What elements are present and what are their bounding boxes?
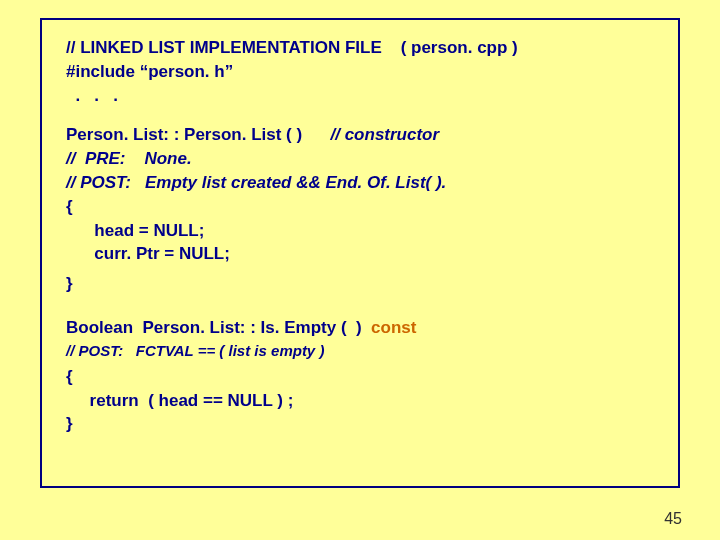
- header-line-2: #include “person. h”: [66, 60, 664, 84]
- header-line-1: // LINKED LIST IMPLEMENTATION FILE ( per…: [66, 36, 664, 60]
- ctor-body-2: curr. Ptr = NULL;: [66, 242, 664, 266]
- ctor-sig-text: Person. List: : Person. List ( ): [66, 125, 330, 144]
- ctor-close-brace: }: [66, 272, 664, 296]
- ctor-body-1: head = NULL;: [66, 219, 664, 243]
- const-keyword: const: [371, 318, 416, 337]
- code-slide-box: // LINKED LIST IMPLEMENTATION FILE ( per…: [40, 18, 680, 488]
- isempty-block: Boolean Person. List: : Is. Empty ( ) co…: [66, 316, 664, 436]
- isempty-signature: Boolean Person. List: : Is. Empty ( ) co…: [66, 316, 664, 340]
- isempty-open-brace: {: [66, 365, 664, 389]
- page-number: 45: [664, 510, 682, 528]
- ctor-signature: Person. List: : Person. List ( ) // cons…: [66, 123, 664, 147]
- isempty-post: // POST: FCTVAL == ( list is empty ): [66, 340, 664, 361]
- ctor-open-brace: {: [66, 195, 664, 219]
- ctor-pre: // PRE: None.: [66, 147, 664, 171]
- constructor-block: Person. List: : Person. List ( ) // cons…: [66, 123, 664, 296]
- ctor-comment: // constructor: [330, 125, 439, 144]
- header-line-3: . . .: [66, 84, 664, 108]
- header-block: // LINKED LIST IMPLEMENTATION FILE ( per…: [66, 36, 664, 107]
- isempty-sig-text: Boolean Person. List: : Is. Empty ( ): [66, 318, 371, 337]
- isempty-close-brace: }: [66, 412, 664, 436]
- ctor-post: // POST: Empty list created && End. Of. …: [66, 171, 664, 195]
- isempty-body-1: return ( head == NULL ) ;: [66, 389, 664, 413]
